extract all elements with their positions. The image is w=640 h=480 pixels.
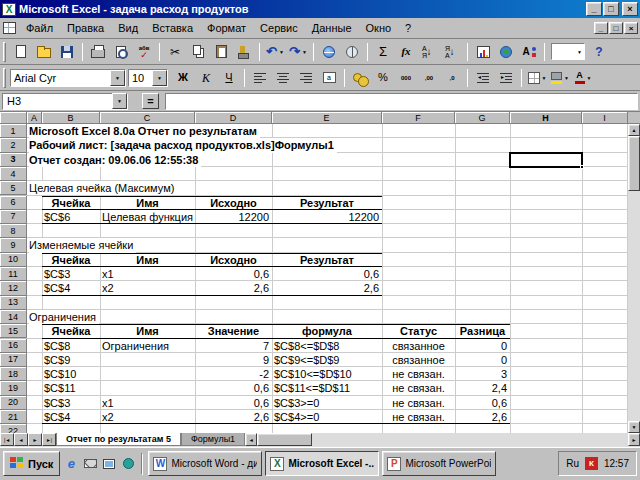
cell-B20[interactable]: $C$3 [44, 396, 70, 410]
name-box[interactable]: H3 ▼ [2, 93, 128, 110]
decrease-indent-button[interactable] [472, 67, 494, 89]
tab-formulas[interactable]: Формулы1 [181, 433, 245, 446]
horizontal-scrollbar-thumb[interactable] [257, 433, 312, 446]
scroll-right-icon[interactable]: ► [628, 433, 640, 446]
toolbar-drag-handle[interactable] [3, 42, 6, 62]
cell-C7[interactable]: Целевая функция [102, 210, 193, 224]
cell-D12[interactable]: 2,6 [195, 281, 272, 295]
undo-button[interactable]: ↶▼ [264, 41, 286, 63]
font-color-button-dropdown-icon[interactable]: ▼ [587, 75, 592, 81]
cell-A5[interactable]: Целевая ячейка (Максимум) [29, 181, 177, 195]
row-header-13[interactable]: 13 [0, 296, 27, 310]
cell-F20[interactable]: не связан. [382, 396, 455, 410]
edit-formula-button[interactable]: = [142, 93, 159, 109]
cell-C10[interactable]: Имя [100, 253, 195, 267]
row-header-2[interactable]: 2 [0, 138, 27, 152]
start-button[interactable]: Пуск [3, 451, 60, 476]
menu-data[interactable]: Данные [305, 20, 359, 36]
font-size-dropdown-icon[interactable]: ▼ [152, 70, 167, 86]
cell-G15[interactable]: Разница [455, 324, 510, 338]
cell-A3[interactable]: Отчет создан: 09.06.06 12:55:38 [29, 153, 201, 167]
cell-F15[interactable]: Статус [382, 324, 455, 338]
row-header-11[interactable]: 11 [0, 267, 27, 281]
cell-G18[interactable]: 3 [455, 367, 510, 381]
tab-report-results[interactable]: Отчет по результатам 5 [56, 433, 181, 446]
outlook-icon[interactable] [82, 455, 98, 472]
cell-D19[interactable]: 0,6 [195, 381, 272, 395]
cell-E16[interactable]: $C$8<=$D$8 [274, 339, 339, 353]
comma-style-button[interactable]: 000 [395, 67, 417, 89]
column-header-A[interactable]: A [27, 112, 42, 124]
italic-button[interactable]: К [195, 67, 217, 89]
print-button[interactable] [87, 41, 109, 63]
fill-color-button[interactable]: ▼ [549, 67, 571, 89]
spelling-button[interactable]: абв [133, 41, 155, 63]
paste-function-button[interactable]: fx [395, 41, 417, 63]
task-powerpoint[interactable]: P Microsoft PowerPoi... [382, 451, 496, 476]
cell-F17[interactable]: связанное [382, 353, 455, 367]
row-header-4[interactable]: 4 [0, 167, 27, 181]
cell-A2[interactable]: Рабочий лист: [задача расход продуктов.x… [29, 138, 337, 152]
vertical-scrollbar-track[interactable] [628, 191, 640, 421]
merge-center-button[interactable]: a [318, 67, 340, 89]
cell-D15[interactable]: Значение [195, 324, 272, 338]
column-header-H[interactable]: H [510, 112, 582, 124]
cell-B10[interactable]: Ячейка [42, 253, 100, 267]
row-header-20[interactable]: 20 [0, 396, 27, 410]
cell-F18[interactable]: не связан. [382, 367, 455, 381]
row-header-19[interactable]: 19 [0, 381, 27, 395]
column-header-E[interactable]: E [272, 112, 382, 124]
minimize-button[interactable]: _ [586, 2, 602, 16]
open-button[interactable] [33, 41, 55, 63]
insert-hyperlink-button[interactable] [318, 41, 340, 63]
cell-D16[interactable]: 7 [195, 339, 272, 353]
row-header-7[interactable]: 7 [0, 210, 27, 224]
vertical-scrollbar[interactable]: ▲ ▼ [628, 124, 640, 433]
cell-E15[interactable]: формула [272, 324, 382, 338]
web-toolbar-button[interactable] [341, 41, 363, 63]
cell-C16[interactable]: Ограничения [102, 339, 169, 353]
column-header-F[interactable]: F [382, 112, 455, 124]
font-color-button[interactable]: А▼ [572, 67, 594, 89]
row-header-14[interactable]: 14 [0, 310, 27, 324]
undo-button-dropdown-icon[interactable]: ▼ [279, 49, 284, 55]
menu-format[interactable]: Формат [200, 20, 253, 36]
print-preview-button[interactable] [110, 41, 132, 63]
horizontal-scrollbar-track[interactable] [312, 433, 628, 446]
cell-A14[interactable]: Ограничения [29, 310, 99, 324]
cell-F19[interactable]: не связан. [382, 381, 455, 395]
zoom-combo[interactable]: ▼ [551, 43, 585, 60]
channels-icon[interactable] [120, 455, 136, 472]
cell-G16[interactable]: 0 [455, 339, 510, 353]
decrease-decimal-button[interactable]: ,0 [441, 67, 463, 89]
cell-G20[interactable]: 0,6 [455, 396, 510, 410]
row-header-6[interactable]: 6 [0, 196, 27, 210]
menu-edit[interactable]: Правка [60, 20, 111, 36]
cell-E18[interactable]: $C$10<=$D$10 [274, 367, 352, 381]
cell-E19[interactable]: $C$11<=$D$11 [274, 381, 350, 395]
currency-style-button[interactable] [349, 67, 371, 89]
cell-C15[interactable]: Имя [100, 324, 195, 338]
cell-D17[interactable]: 9 [195, 353, 272, 367]
office-assistant-button[interactable]: ? [588, 41, 610, 63]
cell-D6[interactable]: Исходно [195, 196, 272, 210]
map-button[interactable] [495, 41, 517, 63]
column-header-I[interactable]: I [582, 112, 628, 124]
cell-D11[interactable]: 0,6 [195, 267, 272, 281]
cell-E11[interactable]: 0,6 [272, 267, 382, 281]
tab-scroll-first-icon[interactable]: |◄ [0, 433, 14, 446]
underline-button[interactable]: Ч [218, 67, 240, 89]
doc-close-button[interactable]: × [624, 22, 638, 34]
menu-help[interactable]: ? [398, 20, 418, 36]
new-workbook-button[interactable] [10, 41, 32, 63]
clock[interactable]: 12:57 [604, 458, 629, 469]
row-header-22[interactable]: 22 [0, 424, 27, 433]
cell-D20[interactable]: 0,6 [195, 396, 272, 410]
scroll-up-icon[interactable]: ▲ [628, 124, 640, 136]
cell-D7[interactable]: 12200 [195, 210, 272, 224]
copy-button[interactable] [187, 41, 209, 63]
fill-handle[interactable] [580, 165, 584, 169]
cell-B16[interactable]: $C$8 [44, 339, 70, 353]
column-header-D[interactable]: D [195, 112, 272, 124]
doc-restore-button[interactable]: □ [609, 22, 623, 34]
